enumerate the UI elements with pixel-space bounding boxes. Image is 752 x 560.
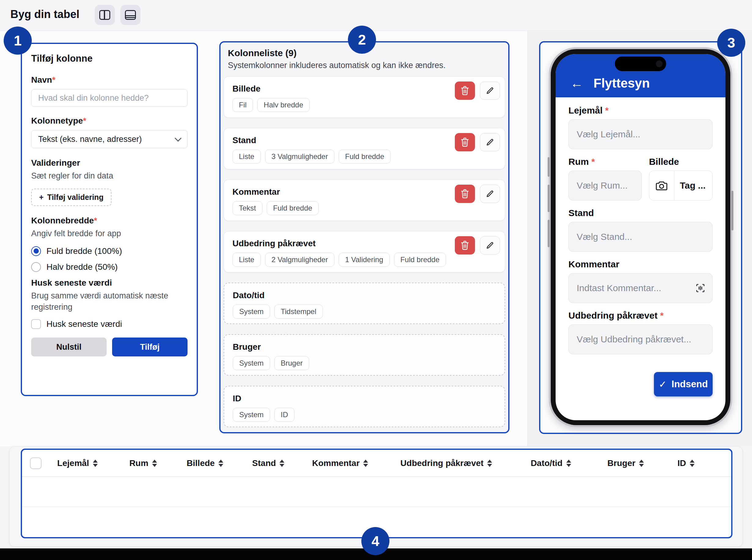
edit-column-button[interactable] (480, 236, 500, 255)
table-header-id[interactable]: ID (661, 458, 711, 468)
width-hint: Angiv felt bredde for app (31, 228, 188, 240)
type-label: Kolonnetype* (31, 116, 188, 126)
trash-icon (460, 86, 469, 96)
column-list-panel: Kolonneliste (9) Systemkolonner inkluder… (219, 41, 509, 433)
table-header-kommentar[interactable]: Kommentar (300, 458, 381, 468)
sort-icon (363, 460, 368, 467)
remember-checkbox-row[interactable]: Husk seneste værdi (31, 319, 188, 329)
width-option-full[interactable]: Fuld bredde (100%) (31, 246, 188, 256)
tag: Fuld bredde (267, 201, 319, 215)
udbedring-input[interactable] (568, 324, 713, 354)
tag: Tekst (232, 201, 263, 215)
submit-button[interactable]: ✓ Indsend (654, 372, 713, 396)
step-badge-4: 4 (361, 527, 389, 555)
edit-column-button[interactable] (480, 81, 500, 100)
rows-layout-icon (125, 10, 136, 20)
back-arrow-icon[interactable]: ← (570, 77, 583, 90)
column-card-billede: Billede Fil Halv bredde (224, 76, 505, 118)
dictation-scan-icon[interactable] (695, 283, 706, 294)
sort-icon (639, 460, 644, 467)
add-column-title: Tilføj kolonne (31, 53, 188, 64)
table-header-datotid[interactable]: Dato/tid (512, 458, 590, 468)
kommentar-label: Kommentar (568, 259, 713, 269)
sort-icon (152, 460, 157, 467)
tag: ID (274, 408, 294, 422)
phone-button (548, 220, 550, 247)
kommentar-input[interactable] (568, 273, 713, 303)
pencil-icon (486, 189, 494, 198)
check-icon: ✓ (659, 379, 667, 390)
tag: Liste (232, 253, 261, 267)
table-header-stand[interactable]: Stand (237, 458, 300, 468)
tag: System (233, 356, 270, 370)
add-validation-button[interactable]: + Tilføj validering (31, 188, 112, 206)
add-validation-label: Tilføj validering (47, 193, 103, 202)
app-header: ← Flyttesyn (556, 54, 726, 97)
take-photo-label: Tag ... (674, 171, 712, 200)
layout-rows-button[interactable] (120, 5, 140, 25)
tag: Liste (232, 149, 261, 164)
table-header-row: Lejemål Rum Billede Stand Kommentar Udbe… (22, 450, 731, 477)
submit-label: Indsend (672, 379, 708, 390)
delete-column-button[interactable] (455, 236, 475, 255)
radio-unselected-icon (31, 262, 41, 272)
column-type-select[interactable]: Tekst (eks. navne, adresser) (31, 130, 188, 148)
page-title: Byg din tabel (11, 8, 79, 21)
app-title: Flyttesyn (594, 76, 650, 91)
select-all-checkbox[interactable] (30, 458, 41, 469)
lejemal-label: Lejemål * (568, 105, 713, 116)
trash-icon (460, 189, 469, 199)
dynamic-island (615, 57, 666, 71)
delete-column-button[interactable] (455, 133, 475, 152)
checkbox-icon (31, 319, 41, 329)
edit-column-button[interactable] (480, 133, 500, 152)
edit-column-button[interactable] (480, 185, 500, 203)
rum-input[interactable] (568, 171, 642, 200)
lejemal-input[interactable] (568, 119, 713, 149)
trash-icon (460, 137, 469, 147)
delete-column-button[interactable] (455, 185, 475, 203)
sort-icon (93, 460, 98, 467)
validations-hint: Sæt regler for din data (31, 170, 188, 182)
top-bar: Byg din tabel (0, 0, 752, 31)
sort-icon (566, 460, 571, 467)
trash-icon (460, 240, 469, 250)
reset-button[interactable]: Nulstil (31, 338, 107, 357)
sort-icon (690, 460, 695, 467)
column-card-datotid: Dato/tid System Tidstempel (224, 283, 505, 324)
pencil-icon (486, 241, 494, 249)
phone-button (548, 157, 550, 177)
tag: System (233, 304, 270, 319)
take-photo-button[interactable]: Tag ... (649, 171, 713, 200)
table-header-bruger[interactable]: Bruger (590, 458, 661, 468)
tag: 1 Validering (339, 253, 390, 267)
column-type-value: Tekst (eks. navne, adresser) (38, 135, 142, 144)
table-header-lejemal[interactable]: Lejemål (41, 458, 113, 468)
udbedring-label: Udbedring påkrævet * (568, 311, 713, 321)
stand-input[interactable] (568, 222, 713, 252)
front-camera-dot (656, 60, 662, 67)
column-card-id: ID System ID (224, 386, 505, 427)
table-header-billede[interactable]: Billede (173, 458, 237, 468)
tag: System (233, 408, 270, 422)
pencil-icon (486, 86, 494, 95)
column-card-bruger: Bruger System Bruger (224, 334, 505, 376)
width-option-half[interactable]: Halv bredde (50%) (31, 262, 188, 272)
phone-button (731, 191, 733, 231)
phone-mockup: ← Flyttesyn Lejemål * Rum * Billede (549, 47, 732, 427)
validations-title: Valideringer (31, 158, 188, 168)
tag: 2 Valgmuligheder (265, 253, 334, 267)
add-column-button[interactable]: Tilføj (112, 338, 188, 357)
delete-column-button[interactable] (455, 81, 475, 100)
column-card-stand: Stand Liste 3 Valgmuligheder Fuld bredde (224, 128, 505, 169)
column-name-input[interactable] (31, 89, 188, 107)
tag: Halv bredde (257, 98, 309, 112)
table-header-rum[interactable]: Rum (113, 458, 173, 468)
tag: Fil (232, 98, 253, 112)
remember-hint: Brug samme værdi automatisk næste regist… (31, 290, 188, 314)
column-card-kommentar: Kommentar Tekst Fuld bredde (224, 179, 505, 221)
radio-selected-icon (31, 246, 41, 256)
table-header-udbedring[interactable]: Udbedring påkrævet (381, 458, 512, 468)
step-badge-3: 3 (717, 29, 745, 57)
layout-columns-button[interactable] (95, 5, 115, 25)
